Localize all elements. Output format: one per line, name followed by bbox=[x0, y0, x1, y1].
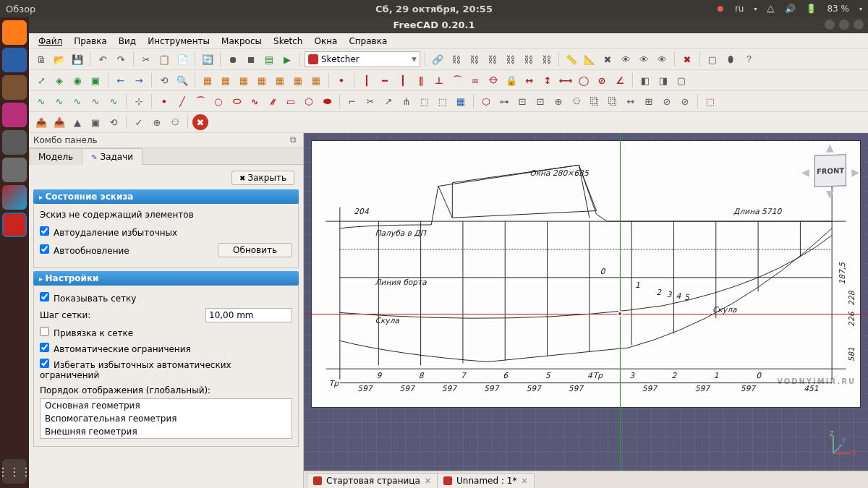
section-sketch-state[interactable]: Состояние эскиза bbox=[33, 189, 299, 204]
menu-view[interactable]: Вид bbox=[114, 35, 141, 48]
redo-icon[interactable]: ↷ bbox=[113, 51, 129, 67]
dock-app-icon[interactable] bbox=[2, 185, 27, 210]
chk-autoupdate[interactable]: Автообновление bbox=[40, 242, 213, 258]
chk-snap[interactable]: Привязка к сетке bbox=[40, 325, 292, 341]
constr-disty-icon[interactable]: ↕ bbox=[540, 72, 556, 88]
trim-icon[interactable]: ✂ bbox=[362, 93, 378, 109]
fit-sel-icon[interactable]: ◈ bbox=[51, 72, 67, 88]
navcube-right-arrow-icon[interactable]: ▶ bbox=[851, 166, 859, 178]
map-sketch-icon[interactable]: ▣ bbox=[88, 114, 103, 130]
link-sub-icon[interactable]: ⛓ bbox=[466, 51, 482, 67]
zoom-icon[interactable]: 🔍 bbox=[174, 72, 190, 88]
constr-perp-icon[interactable]: ⊥ bbox=[431, 72, 447, 88]
wifi-icon[interactable]: ⧋ bbox=[767, 4, 775, 14]
select-origin-icon[interactable]: ⊹ bbox=[131, 93, 147, 109]
battery-icon[interactable]: 🔋 bbox=[806, 4, 817, 14]
delete-geom-icon[interactable]: ⊘ bbox=[677, 93, 693, 109]
link-unlink-icon[interactable]: ⛓ bbox=[502, 51, 518, 67]
activities-button[interactable]: Обзор bbox=[6, 4, 35, 14]
tab-close-icon[interactable]: ✕ bbox=[521, 476, 527, 486]
geom-poly-icon[interactable]: ⬡ bbox=[301, 93, 317, 109]
tab-unnamed-doc[interactable]: Unnamed : 1* ✕ bbox=[437, 473, 535, 488]
new-doc-icon[interactable]: 🗎 bbox=[33, 51, 49, 67]
constr-tangent-icon[interactable]: ⌒ bbox=[449, 72, 465, 88]
tab-start-page[interactable]: Стартовая страница ✕ bbox=[307, 473, 438, 488]
leave-sketch-icon[interactable]: 📤 bbox=[33, 114, 49, 130]
measure-toggle3d-icon[interactable]: 👁 bbox=[636, 51, 652, 67]
iso-view-icon[interactable]: ▦ bbox=[200, 72, 216, 88]
bbox-icon[interactable]: ▣ bbox=[88, 72, 103, 88]
view-sketch-icon[interactable]: 📥 bbox=[51, 114, 67, 130]
macro-run-icon[interactable]: ▶ bbox=[279, 51, 295, 67]
rect-array-icon[interactable]: ⊞ bbox=[641, 93, 657, 109]
undo-icon[interactable]: ↶ bbox=[95, 51, 111, 67]
link-import-icon[interactable]: ⛓ bbox=[520, 51, 536, 67]
bspline-poly-icon[interactable]: ∿ bbox=[51, 93, 67, 109]
constr-horiz-icon[interactable]: ━ bbox=[377, 72, 393, 88]
window-minimize-button[interactable] bbox=[825, 20, 835, 30]
save-doc-icon[interactable]: 💾 bbox=[69, 51, 85, 67]
constr-distx-icon[interactable]: ↔ bbox=[522, 72, 537, 88]
copy-sketch-icon[interactable]: ⿻ bbox=[605, 93, 621, 109]
keyboard-layout[interactable]: ru bbox=[735, 4, 744, 14]
dock-files-icon[interactable] bbox=[2, 48, 27, 72]
paste-icon[interactable]: 📄 bbox=[174, 51, 190, 67]
macro-list-icon[interactable]: ▤ bbox=[261, 51, 277, 67]
navcube-down-arrow-icon[interactable]: ▼ bbox=[826, 188, 834, 200]
constr-coincident-icon[interactable]: ┃ bbox=[359, 72, 375, 88]
panel-detach-icon[interactable]: ⧉ bbox=[287, 134, 299, 146]
part-cyl-icon[interactable]: ⬮ bbox=[723, 51, 739, 67]
link-replace-icon[interactable]: ⛓ bbox=[484, 51, 500, 67]
geom-slot-icon[interactable]: ⬬ bbox=[319, 93, 335, 109]
geom-line-icon[interactable]: ╱ bbox=[174, 93, 190, 109]
dock-firefox-icon[interactable] bbox=[2, 20, 27, 45]
list-item[interactable]: Внешняя геометрия bbox=[41, 425, 292, 438]
measure-toggledelta-icon[interactable]: 👁 bbox=[654, 51, 670, 67]
link-import-all-icon[interactable]: ⛓ bbox=[538, 51, 554, 67]
whats-this-icon[interactable]: ？ bbox=[741, 51, 757, 67]
geom-bspline-icon[interactable]: ∿ bbox=[247, 93, 263, 109]
left-view-icon[interactable]: ▦ bbox=[308, 72, 324, 88]
carbon-icon[interactable]: ⬚ bbox=[435, 93, 451, 109]
navcube-up-arrow-icon[interactable]: ▲ bbox=[826, 142, 834, 153]
open-doc-icon[interactable]: 📂 bbox=[51, 51, 67, 67]
move-icon[interactable]: ↔ bbox=[623, 93, 639, 109]
constr-symm-icon[interactable]: ⦵ bbox=[485, 72, 501, 88]
order-listbox[interactable]: Основная геометрия Вспомогательная геоме… bbox=[40, 398, 292, 439]
menu-edit[interactable]: Правка bbox=[69, 35, 112, 48]
rear-view-icon[interactable]: ▦ bbox=[272, 72, 288, 88]
geom-rect-icon[interactable]: ▭ bbox=[283, 93, 299, 109]
chk-autoremove[interactable]: Автоудаление избыточных bbox=[40, 224, 292, 240]
menu-macros[interactable]: Макросы bbox=[216, 35, 267, 48]
tab-model[interactable]: Модель bbox=[29, 148, 82, 165]
select-elem-assoc-icon[interactable]: ⊡ bbox=[532, 93, 548, 109]
constr-diam-icon[interactable]: ⊘ bbox=[594, 72, 610, 88]
rect-select-icon[interactable]: ⬚ bbox=[702, 93, 718, 109]
cut-icon[interactable]: ✂ bbox=[138, 51, 154, 67]
toggle-constr-icon[interactable]: ◧ bbox=[637, 72, 653, 88]
system-clock[interactable]: Сб, 29 октября, 20:55 bbox=[375, 4, 493, 14]
constr-vert-icon[interactable]: ┃ bbox=[395, 72, 411, 88]
geom-arc-icon[interactable]: ⌒ bbox=[192, 93, 208, 109]
view-section-icon[interactable]: ▲ bbox=[69, 114, 85, 130]
bspline-degree-icon[interactable]: ∿ bbox=[33, 93, 49, 109]
geom-point-icon[interactable]: • bbox=[156, 93, 172, 109]
extend-icon[interactable]: ↗ bbox=[380, 93, 396, 109]
menu-windows[interactable]: Окна bbox=[309, 35, 342, 48]
part-box-icon[interactable]: ▢ bbox=[705, 51, 720, 67]
clone-icon[interactable]: ⿻ bbox=[587, 93, 603, 109]
front-view-icon[interactable]: ▦ bbox=[218, 72, 234, 88]
draw-style-icon[interactable]: ◉ bbox=[69, 72, 85, 88]
measure-angular-icon[interactable]: 📐 bbox=[582, 51, 597, 67]
dock-folder-icon[interactable] bbox=[2, 75, 27, 100]
symmetry-icon[interactable]: ⦵ bbox=[569, 93, 584, 109]
constr-radius-icon[interactable]: ◯ bbox=[576, 72, 592, 88]
navcube-face[interactable]: FRONT bbox=[814, 154, 846, 187]
section-settings[interactable]: Настройки bbox=[33, 271, 299, 286]
merge-icon[interactable]: ⊕ bbox=[149, 114, 165, 130]
dock-show-apps-icon[interactable]: ⋮⋮⋮ bbox=[2, 459, 27, 484]
geom-polyline-icon[interactable]: ⫽ bbox=[265, 93, 281, 109]
mirror-icon[interactable]: ⦵ bbox=[167, 114, 183, 130]
copy-icon[interactable]: 📋 bbox=[156, 51, 172, 67]
measure-clear-icon[interactable]: ✖ bbox=[600, 51, 616, 67]
